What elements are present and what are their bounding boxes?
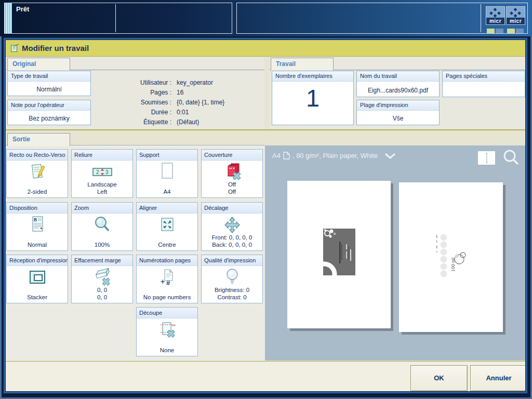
info-value: (Défaut) bbox=[177, 117, 199, 127]
svg-text:B: B bbox=[34, 217, 37, 222]
copies-value: 1 bbox=[272, 84, 353, 112]
operator-note-label: Note pour l'opérateur bbox=[8, 100, 90, 111]
micr-label: micr bbox=[507, 18, 525, 24]
option-layout[interactable]: Disposition B Normal bbox=[6, 202, 68, 251]
info-value: 16 bbox=[177, 88, 183, 98]
operator-note-value: Bez poznámky bbox=[8, 115, 90, 122]
job-name-button[interactable]: Nom du travail Eigh...cards90x60.pdf bbox=[356, 71, 440, 97]
option-sides[interactable]: Recto ou Recto-Verso 2-sided bbox=[6, 149, 68, 198]
preview-panel: A4 , 80 g/m², Plain paper, White bbox=[265, 145, 526, 361]
status-box bbox=[4, 3, 232, 34]
trim-icon: ✂ bbox=[137, 319, 197, 341]
dialog-body: Modifier un travail Original Type de tra… bbox=[5, 39, 526, 392]
option-print-quality[interactable]: Qualité d'impression Brightness: 0Contra… bbox=[201, 255, 263, 303]
dialog-title: Modifier un travail bbox=[22, 44, 89, 52]
info-value: {0, date} {1, time} bbox=[177, 98, 224, 108]
option-trim[interactable]: Découpe ✂ None bbox=[136, 307, 198, 356]
dialog-title-bar: Modifier un travail bbox=[6, 40, 525, 57]
option-label: Recto ou Recto-Verso bbox=[7, 150, 68, 161]
preview-zoom-button[interactable] bbox=[501, 148, 521, 168]
info-label: Durée : bbox=[89, 108, 171, 117]
option-align[interactable]: Aligner Centre bbox=[136, 202, 198, 251]
original-section: Original Type de travail Normální Note p… bbox=[6, 57, 264, 129]
option-value: No page numbers bbox=[137, 294, 197, 301]
print-range-value: Vše bbox=[357, 115, 439, 122]
job-type-value: Normální bbox=[8, 86, 90, 93]
sheet-icon bbox=[283, 152, 290, 159]
option-value: Brightness: 0Contrast: 0 bbox=[202, 286, 262, 301]
svg-text:+: + bbox=[161, 277, 165, 286]
layout-icon: B bbox=[7, 214, 68, 236]
chevron-down-icon bbox=[384, 153, 396, 159]
printer-ui-screen: Prêt micr bbox=[0, 0, 532, 399]
two-sided-icon bbox=[7, 161, 68, 183]
option-value: 2-sided bbox=[7, 188, 68, 195]
status-light-green bbox=[507, 29, 515, 33]
section-separator bbox=[6, 129, 525, 130]
info-value: 0:01 bbox=[177, 108, 189, 117]
option-value: Centre bbox=[137, 241, 197, 248]
paper-size: A4 bbox=[272, 152, 281, 159]
ok-button[interactable]: OK bbox=[410, 365, 468, 391]
cover-icon bbox=[202, 161, 262, 183]
job-type-button[interactable]: Type de travail Normální bbox=[7, 71, 91, 96]
status-divider bbox=[115, 4, 116, 32]
option-covers[interactable]: Couverture OffOff bbox=[201, 149, 263, 198]
option-label: Numérotation pages bbox=[137, 255, 197, 266]
cancel-button[interactable]: Annuler bbox=[470, 365, 526, 391]
option-label: Effacement marge bbox=[72, 255, 132, 266]
svg-text:3: 3 bbox=[105, 169, 109, 175]
print-range-button[interactable]: Plage d'impression Vše bbox=[356, 100, 440, 125]
magnifier-icon bbox=[72, 214, 132, 236]
booklet-view-button[interactable] bbox=[478, 151, 495, 165]
diamond-dots-icon bbox=[507, 7, 525, 18]
edit-job-dialog: Modifier un travail Original Type de tra… bbox=[3, 37, 528, 394]
option-label: Découpe bbox=[137, 308, 197, 318]
option-edge-erase[interactable]: Effacement marge 0, 00, 0 bbox=[71, 255, 133, 303]
option-value: Normal bbox=[7, 241, 68, 248]
option-value: None bbox=[137, 347, 197, 354]
paper-info-dropdown[interactable]: A4 , 80 g/m², Plain paper, White bbox=[272, 152, 396, 159]
option-label: Réception d'impression bbox=[7, 255, 68, 266]
brightness-icon bbox=[202, 267, 262, 288]
option-label: Couverture bbox=[202, 150, 262, 161]
option-output-tray[interactable]: Réception d'impression Stacker bbox=[6, 255, 68, 303]
stacker-icon bbox=[7, 267, 68, 288]
micr-label: micr bbox=[486, 18, 504, 24]
info-label: Pages : bbox=[89, 88, 171, 98]
info-row: Soumises :{0, date} {1, time} bbox=[89, 98, 261, 108]
align-icon bbox=[137, 214, 197, 236]
edit-job-icon bbox=[10, 44, 19, 52]
svg-text:100 ml: 100 ml bbox=[450, 258, 456, 272]
option-value: 100% bbox=[72, 241, 132, 248]
special-pages-button[interactable]: Pages spéciales bbox=[442, 71, 525, 97]
option-media[interactable]: Support A4 bbox=[136, 149, 198, 198]
option-shift[interactable]: Décalage Front: 0, 0, 0, 0Back: 0, 0, 0,… bbox=[201, 202, 263, 251]
option-binding[interactable]: Reliure 2 3 LandscapeLeft bbox=[71, 149, 133, 198]
paper-details: , 80 g/m², Plain paper, White bbox=[292, 152, 378, 159]
info-label: Étiquette : bbox=[89, 117, 171, 127]
screen-frame-left bbox=[0, 36, 2, 399]
device-divider bbox=[481, 4, 481, 32]
option-label: Zoom bbox=[72, 203, 132, 214]
option-page-numbers[interactable]: Numérotation pages + # No page numbers bbox=[136, 255, 198, 303]
device-box bbox=[236, 3, 528, 34]
option-value: A4 bbox=[137, 188, 197, 195]
info-value: key_operator bbox=[177, 78, 213, 88]
card-front-thumbnail bbox=[323, 229, 355, 275]
job-type-label: Type de travail bbox=[8, 71, 90, 82]
svg-text:#: # bbox=[166, 279, 170, 287]
option-zoom[interactable]: Zoom 100% bbox=[71, 202, 133, 251]
option-value: Stacker bbox=[7, 294, 68, 301]
info-label: Utilisateur : bbox=[89, 78, 171, 88]
copies-button[interactable]: Nombre d'exemplaires 1 bbox=[272, 71, 354, 125]
shift-icon bbox=[202, 214, 262, 236]
info-row: Pages :16 bbox=[89, 88, 261, 98]
operator-note-button[interactable]: Note pour l'opérateur Bez poznámky bbox=[7, 100, 91, 125]
top-status-bar: Prêt micr bbox=[0, 0, 532, 36]
margin-erase-icon bbox=[72, 267, 132, 288]
binding-icon: 2 3 bbox=[72, 161, 132, 183]
tab-sortie: Sortie bbox=[7, 133, 70, 146]
svg-text:2: 2 bbox=[96, 169, 99, 175]
option-value: OffOff bbox=[202, 181, 262, 195]
